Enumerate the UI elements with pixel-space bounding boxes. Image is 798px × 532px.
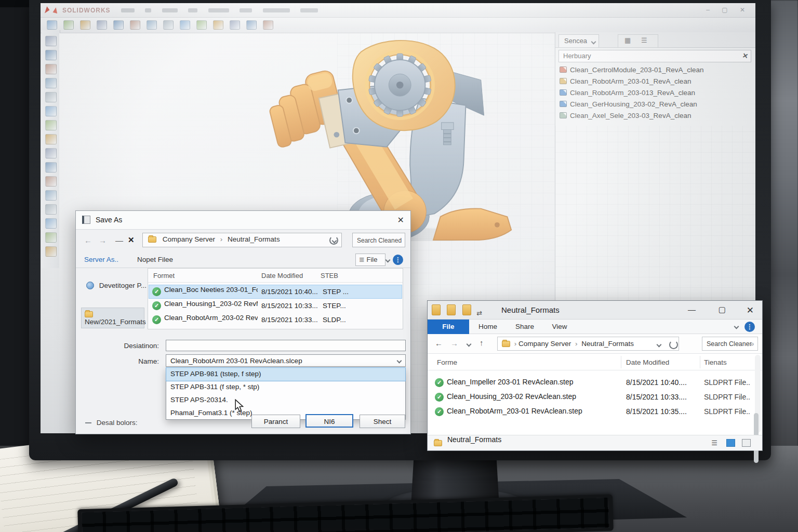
toolbar-icon[interactable]: [230, 20, 240, 30]
chevron-down-icon[interactable]: [467, 342, 472, 347]
chevron-down-icon[interactable]: [385, 258, 391, 263]
chevron-down-icon[interactable]: [397, 358, 402, 364]
breadcrumb-item[interactable]: Company Server: [163, 235, 215, 243]
column-header-type[interactable]: STEB: [321, 272, 338, 280]
chevron-down-icon[interactable]: [734, 324, 739, 329]
column-header-name[interactable]: Forme: [437, 358, 457, 366]
search-input[interactable]: Search Cleaned: [352, 233, 405, 247]
file-row[interactable]: ✓Clean_RobotArm_203-02 RevAclean.step 8/…: [149, 313, 402, 326]
menu-item[interactable]: [145, 8, 151, 12]
breadcrumb-item[interactable]: Neutral_Formats: [228, 235, 280, 243]
toolbar-icon[interactable]: [63, 20, 74, 30]
toolbar-icon[interactable]: [213, 20, 223, 30]
destination-input[interactable]: [166, 340, 406, 351]
folder-icon[interactable]: [447, 304, 456, 315]
side-toolbar-icon[interactable]: [45, 218, 57, 229]
column-header-type[interactable]: Tienats: [704, 358, 727, 366]
toolbar-icon[interactable]: [97, 20, 107, 30]
save-as-link[interactable]: Server As..: [84, 256, 118, 263]
grid-view-icon[interactable]: [726, 439, 735, 447]
side-toolbar-icon[interactable]: [45, 78, 57, 88]
toolbar-icon[interactable]: [163, 20, 174, 30]
column-header-name[interactable]: Formet: [153, 272, 175, 280]
toolbar-icon[interactable]: [263, 20, 273, 30]
minimize-icon[interactable]: —: [688, 305, 696, 314]
cancel-nav-icon[interactable]: ✕: [128, 235, 135, 245]
column-header-date[interactable]: Date Modified: [626, 358, 669, 366]
menu-item[interactable]: [162, 8, 178, 12]
side-toolbar-icon[interactable]: [45, 134, 57, 144]
toolbar-icon[interactable]: [47, 20, 57, 30]
file-row-selected[interactable]: ✓Clean_Boc Neeties 203-01_Formatert.step…: [149, 285, 402, 298]
dropdown-option[interactable]: STEP APB-311 (f step, * stp): [166, 381, 405, 394]
tab-home[interactable]: Home: [469, 320, 507, 334]
side-toolbar-icon[interactable]: [45, 176, 57, 187]
tree-item[interactable]: Clean_RobotArm_203-01_RevA_clean: [557, 76, 751, 87]
list-view-icon[interactable]: ☰: [711, 439, 717, 447]
close-icon[interactable]: ✕: [747, 305, 754, 316]
menu-item[interactable]: [300, 8, 318, 12]
parent-button[interactable]: Paranct: [251, 415, 300, 428]
search-input[interactable]: Search Cleaner ⌕: [702, 337, 758, 351]
back-icon[interactable]: ←: [435, 339, 443, 348]
details-toggle[interactable]: Desal bolors:: [85, 419, 138, 427]
side-toolbar-icon[interactable]: [45, 106, 57, 116]
window-controls[interactable]: – ▢ ✕: [706, 6, 750, 14]
folder-icon[interactable]: [462, 304, 471, 315]
sidebar-item-network[interactable]: Devetitoger P...: [86, 282, 147, 289]
toolbar-icon[interactable]: [80, 20, 90, 30]
file-row[interactable]: ✓Clean_RobotArm_203-01 RevAclean.step 8/…: [432, 405, 750, 419]
toolbar-icon[interactable]: [246, 20, 257, 30]
refresh-icon[interactable]: [669, 340, 678, 349]
column-header-date[interactable]: Date Modified: [261, 272, 303, 280]
file-row[interactable]: ✓Clean_Housing1_203-02 RevMaan.step 8/15…: [149, 299, 402, 312]
side-toolbar-icon[interactable]: [45, 162, 57, 172]
tab-view[interactable]: View: [543, 320, 576, 334]
tab-share[interactable]: Share: [507, 320, 543, 334]
side-toolbar-icon[interactable]: [45, 50, 57, 60]
folder-icon[interactable]: [432, 304, 441, 315]
toolbar-icon[interactable]: [196, 20, 207, 30]
scrollbar[interactable]: [755, 355, 761, 433]
view-options-button[interactable]: ≣ File: [355, 254, 385, 266]
dialog-titlebar[interactable]: Save As ✕: [76, 211, 410, 230]
chevron-down-icon[interactable]: [657, 342, 662, 348]
filename-combobox[interactable]: Clean_RobotArm 203-01 RevAclean.slcep: [166, 354, 406, 367]
toolbar-icon[interactable]: [113, 20, 124, 30]
panel-filter-input[interactable]: Herbuary: [558, 50, 751, 62]
side-toolbar-icon[interactable]: [45, 92, 57, 102]
side-toolbar-icon[interactable]: [45, 36, 57, 46]
menu-item[interactable]: [188, 8, 197, 12]
menu-item[interactable]: [208, 8, 229, 12]
help-icon[interactable]: ⋮: [744, 322, 755, 332]
dropdown-option[interactable]: STEP APS-20314.: [166, 394, 405, 407]
panel-tab-icons[interactable]: ▦ ☰: [618, 34, 658, 47]
dropdown-option-selected[interactable]: STEP APB-981 (tstep, f step): [166, 368, 405, 381]
file-row[interactable]: ✓Clean_Housing_203-02 RevAclean.step 8/1…: [432, 390, 750, 405]
thumbnail-view-icon[interactable]: [742, 439, 751, 447]
menu-item[interactable]: [121, 8, 135, 12]
side-toolbar-icon[interactable]: [45, 148, 57, 158]
help-icon[interactable]: ⋮: [393, 255, 403, 265]
minimize-icon[interactable]: —: [115, 236, 123, 245]
menu-item[interactable]: [263, 8, 290, 12]
tree-item[interactable]: Clean_CertrolModule_203-01_RevA_clean: [557, 64, 751, 76]
close-icon[interactable]: ✕: [397, 215, 404, 225]
explorer-titlebar[interactable]: ⇄ Neutral_Formats — ▢ ✕: [428, 301, 762, 320]
tree-item[interactable]: Clean_GerHousing_203-02_RevA_clean: [557, 99, 751, 110]
forward-icon[interactable]: →: [99, 236, 107, 245]
side-toolbar-icon[interactable]: [45, 190, 57, 201]
refresh-icon[interactable]: [329, 236, 338, 245]
tree-item[interactable]: Clean_RobotArm_203-013_RevA_clean: [557, 87, 751, 99]
forward-icon[interactable]: →: [450, 339, 458, 348]
side-toolbar-icon[interactable]: [45, 232, 57, 243]
up-icon[interactable]: ↑: [480, 338, 484, 347]
quick-access-toggle-icon[interactable]: ⇄: [476, 309, 482, 317]
tab-file[interactable]: File: [428, 320, 469, 334]
side-toolbar-icon[interactable]: [45, 246, 57, 257]
menu-item[interactable]: [240, 8, 252, 12]
maximize-icon[interactable]: ▢: [719, 305, 726, 314]
panel-tab-scene[interactable]: Sencea: [558, 34, 599, 47]
cancel-button[interactable]: Shect: [360, 415, 405, 428]
breadcrumb[interactable]: › Company Server › Neutral_Formats: [497, 337, 679, 351]
